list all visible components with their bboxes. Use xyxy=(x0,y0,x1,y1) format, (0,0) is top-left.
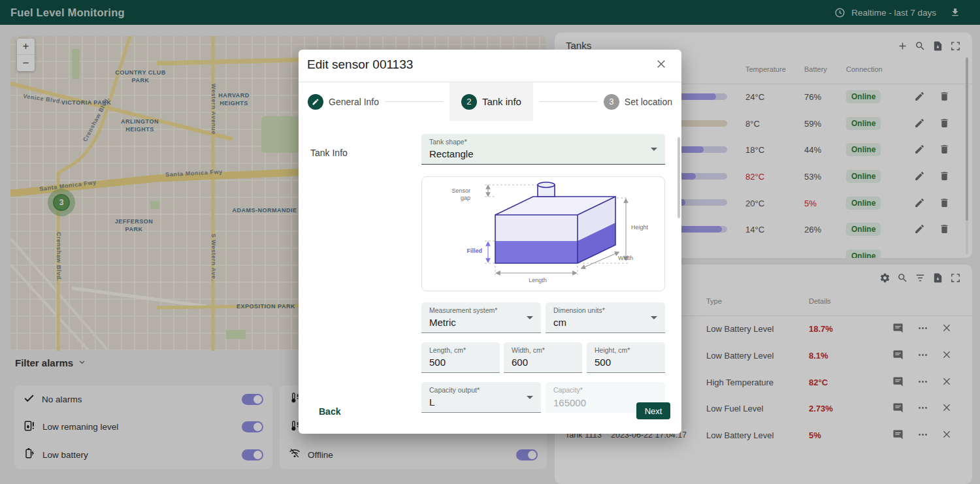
next-button[interactable]: Next xyxy=(636,402,670,419)
field-value: 500 xyxy=(429,357,446,368)
step-done-pencil-icon xyxy=(308,94,323,110)
width-field[interactable]: Width, cm* 600 xyxy=(504,342,582,373)
field-value: L xyxy=(429,396,434,408)
field-label: Width, cm* xyxy=(512,346,545,354)
diagram-sensor-gap-label: Sensor gap xyxy=(444,187,470,202)
dropdown-caret-icon xyxy=(527,396,533,399)
field-value: Rectangle xyxy=(429,148,474,159)
back-button[interactable]: Back xyxy=(319,406,340,417)
modal-scrollbar[interactable] xyxy=(678,137,680,218)
diagram-length-label: Length xyxy=(517,277,559,284)
app: Fuel Level Monitoring Realtime - last 7 … xyxy=(0,0,980,484)
field-label: Tank shape* xyxy=(429,138,467,146)
field-value: 600 xyxy=(512,357,528,368)
diagram-filled-label: Filled xyxy=(459,248,482,255)
field-value: Metric xyxy=(429,317,456,328)
diagram-height-label: Height xyxy=(631,224,648,231)
step-tank-info[interactable]: 2 Tank info xyxy=(449,82,533,121)
field-label: Measurement system* xyxy=(429,306,497,314)
field-label: Capacity* xyxy=(553,386,583,394)
step-number: 2 xyxy=(461,94,477,110)
dialog-title: Edit sensor 001133 xyxy=(307,57,413,72)
diagram-width-label: Width xyxy=(618,255,633,262)
field-value: cm xyxy=(553,317,566,328)
dropdown-caret-icon xyxy=(527,316,533,319)
section-label: Tank Info xyxy=(310,148,348,158)
tank-diagram: Sensor gap Height Width Length Filled xyxy=(421,176,665,291)
edit-sensor-dialog: Edit sensor 001133 General Info 2 Tank i… xyxy=(299,50,681,434)
dimension-units-select[interactable]: Dimension units* cm xyxy=(546,302,665,333)
dropdown-caret-icon xyxy=(651,148,657,151)
length-field[interactable]: Length, cm* 500 xyxy=(421,342,500,373)
wizard-stepper: General Info 2 Tank info 3 Set location xyxy=(299,82,681,121)
measurement-system-select[interactable]: Measurement system* Metric xyxy=(421,302,541,333)
field-label: Height, cm* xyxy=(595,346,630,354)
field-label: Capacity output* xyxy=(429,386,480,394)
step-label: Tank info xyxy=(482,96,521,107)
step-label: General Info xyxy=(329,97,379,107)
step-label: Set location xyxy=(625,97,672,107)
field-label: Dimension units* xyxy=(553,306,605,314)
dropdown-caret-icon xyxy=(651,316,657,319)
step-number: 3 xyxy=(604,94,619,110)
field-label: Length, cm* xyxy=(429,346,466,354)
capacity-output-select[interactable]: Capacity output* L xyxy=(421,382,541,413)
tank-shape-select[interactable]: Tank shape* Rectangle xyxy=(421,134,665,165)
height-field[interactable]: Height, cm* 500 xyxy=(587,342,665,373)
step-general-info[interactable]: General Info xyxy=(308,94,379,110)
step-set-location[interactable]: 3 Set location xyxy=(604,94,672,110)
close-icon[interactable] xyxy=(655,58,668,71)
field-value: 500 xyxy=(595,357,611,368)
field-value: 165000 xyxy=(553,397,586,408)
